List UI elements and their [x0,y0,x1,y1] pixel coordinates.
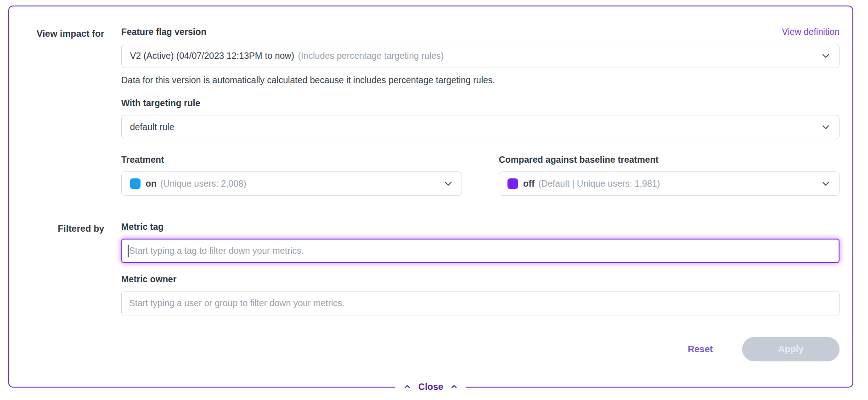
reset-button[interactable]: Reset [688,344,713,354]
metric-owner-field-wrap [121,291,840,315]
baseline-treatment-note: (Default | Unique users: 1,981) [538,178,660,189]
apply-button[interactable]: Apply [742,337,840,361]
targeting-rule-select[interactable]: default rule [121,115,840,139]
baseline-treatment-value: off [523,178,535,189]
filtered-by-section: Filtered by Metric tag Metric owner Rese… [28,222,840,361]
baseline-treatment-label: Compared against baseline treatment [499,154,840,165]
chevron-down-icon [438,179,453,189]
treatment-value: on [146,178,157,189]
version-helper-text: Data for this version is automatically c… [121,75,840,86]
baseline-treatment-select[interactable]: off (Default | Unique users: 1,981) [499,171,840,196]
chevron-down-icon [815,51,831,61]
close-button[interactable]: Close [395,378,466,395]
metric-tag-label: Metric tag [121,222,840,232]
feature-flag-version-value: V2 (Active) (04/07/2023 12:13PM to now) [130,51,294,61]
section-label-view-impact: View impact for [28,27,104,40]
form-actions: Reset Apply [121,337,840,361]
view-definition-link[interactable]: View definition [782,27,840,37]
view-impact-section: View impact for Feature flag version Vie… [28,27,840,196]
targeting-rule-label: With targeting rule [121,98,840,109]
treatment-select[interactable]: on (Unique users: 2,008) [121,171,462,196]
treatment-note: (Unique users: 2,008) [160,178,247,189]
treatment-color-swatch [130,178,141,189]
view-impact-panel: View impact for Feature flag version Vie… [8,6,853,388]
metric-owner-input[interactable] [121,291,840,315]
feature-flag-version-note: (Includes percentage targeting rules) [298,51,444,61]
chevron-down-icon [815,122,831,132]
text-cursor [128,245,129,257]
feature-flag-version-select[interactable]: V2 (Active) (04/07/2023 12:13PM to now) … [121,44,840,68]
close-button-label: Close [418,382,443,392]
treatment-label: Treatment [121,154,462,165]
section-label-filtered-by: Filtered by [28,222,104,235]
metric-tag-field-wrap [121,239,840,263]
feature-flag-version-label: Feature flag version [121,27,206,37]
metric-owner-label: Metric owner [121,274,840,285]
chevron-down-icon [815,179,831,189]
chevron-up-icon [404,383,411,390]
metric-tag-input[interactable] [121,239,840,263]
chevron-up-icon [451,383,458,390]
targeting-rule-value: default rule [130,122,174,132]
baseline-color-swatch [507,178,518,189]
